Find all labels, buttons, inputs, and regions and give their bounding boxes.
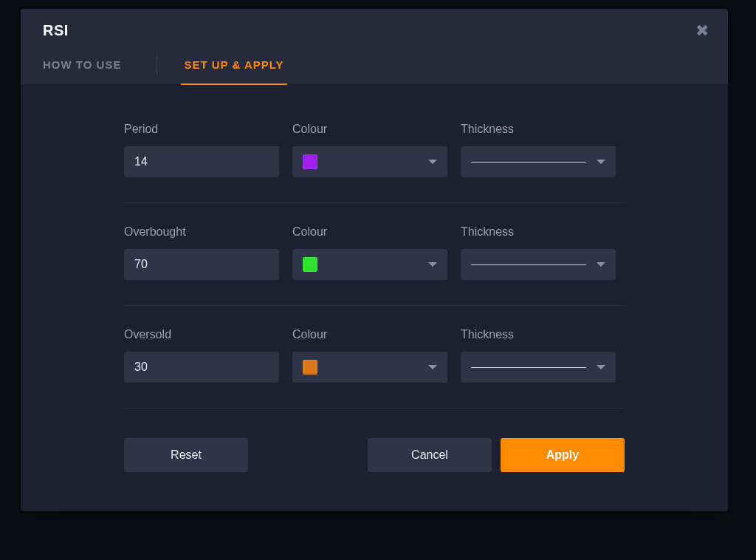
cancel-button[interactable]: Cancel [368, 438, 492, 472]
oversold-colour-swatch [303, 360, 317, 375]
overbought-thickness-label: Thickness [461, 225, 616, 239]
overbought-thickness-select[interactable] [461, 249, 616, 280]
oversold-colour-select[interactable] [292, 352, 447, 383]
oversold-thickness-label: Thickness [461, 328, 616, 341]
tab-bar: HOW TO USE SET UP & APPLY [21, 39, 728, 84]
chevron-down-icon [428, 160, 437, 164]
period-input[interactable] [124, 146, 279, 177]
period-thickness-label: Thickness [461, 123, 616, 136]
row-overbought: Overbought Colour Thickness [124, 225, 625, 280]
chevron-down-icon [428, 365, 437, 369]
chevron-down-icon [597, 365, 605, 369]
overbought-colour-label: Colour [292, 225, 447, 239]
overbought-colour-select[interactable] [292, 249, 447, 280]
thickness-preview-line [471, 367, 586, 368]
footer-buttons: Reset Cancel Apply [124, 438, 625, 472]
overbought-input[interactable] [124, 249, 279, 280]
tab-separator [157, 55, 157, 75]
divider [124, 408, 625, 409]
tab-how-to-use[interactable]: HOW TO USE [43, 47, 121, 84]
oversold-thickness-select[interactable] [461, 352, 616, 383]
apply-button[interactable]: Apply [501, 438, 625, 472]
oversold-input[interactable] [124, 352, 279, 383]
tab-set-up-apply[interactable]: SET UP & APPLY [184, 47, 284, 84]
overbought-colour-swatch [303, 257, 317, 272]
reset-button[interactable]: Reset [124, 438, 248, 472]
modal-body: Period Colour Thickness [21, 84, 728, 511]
oversold-colour-label: Colour [292, 328, 447, 341]
thickness-preview-line [471, 264, 586, 265]
row-period: Period Colour Thickness [124, 123, 625, 177]
chevron-down-icon [597, 262, 605, 267]
divider [124, 305, 625, 306]
period-colour-label: Colour [292, 123, 447, 136]
thickness-preview-line [471, 162, 586, 163]
chevron-down-icon [428, 262, 437, 267]
period-label: Period [124, 123, 279, 136]
period-colour-select[interactable] [292, 146, 447, 177]
overbought-label: Overbought [124, 225, 279, 239]
oversold-label: Oversold [124, 328, 279, 341]
divider [124, 202, 625, 203]
period-thickness-select[interactable] [461, 146, 616, 177]
chevron-down-icon [597, 160, 605, 164]
modal-header: RSI ✖ HOW TO USE SET UP & APPLY [21, 9, 728, 84]
close-icon[interactable]: ✖ [695, 23, 709, 39]
modal-title: RSI [43, 22, 69, 39]
row-oversold: Oversold Colour Thickness [124, 328, 625, 383]
period-colour-swatch [303, 154, 317, 169]
rsi-settings-modal: RSI ✖ HOW TO USE SET UP & APPLY Period C… [21, 9, 728, 511]
